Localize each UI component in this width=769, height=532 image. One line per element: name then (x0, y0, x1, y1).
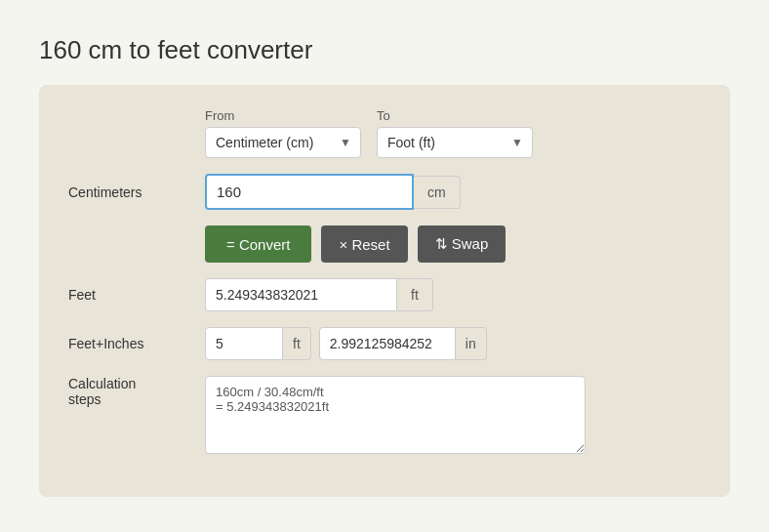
convert-button-label: = Convert (226, 236, 290, 253)
from-select-wrapper: Centimeter (cm) Meter (m) Kilometer (km)… (205, 127, 361, 158)
feet-inches-inputs: ft in (205, 327, 487, 360)
feet-inches-row: Feet+Inches ft in (68, 327, 701, 360)
feet-part-unit: ft (283, 327, 311, 360)
from-label: From (205, 108, 361, 123)
feet-result-group: ft (205, 278, 433, 311)
from-to-labels: From To (205, 108, 701, 123)
input-unit-badge: cm (414, 176, 461, 209)
calc-row: Calculation steps 160cm / 30.48cm/ft = 5… (68, 376, 701, 454)
calc-label: Calculation steps (68, 376, 205, 407)
feet-inches-label: Feet+Inches (68, 336, 205, 351)
input-with-unit: cm (205, 174, 461, 210)
feet-row: Feet ft (68, 278, 701, 311)
from-select[interactable]: Centimeter (cm) Meter (m) Kilometer (km)… (205, 127, 361, 158)
inches-part-input[interactable] (319, 327, 456, 360)
converter-box: From To Centimeter (cm) Meter (m) Kilome… (39, 85, 730, 497)
feet-part-input[interactable] (205, 327, 283, 360)
convert-button[interactable]: = Convert (205, 225, 311, 263)
feet-label: Feet (68, 287, 205, 303)
swap-button-label: ⇅ Swap (435, 235, 489, 253)
main-input[interactable] (205, 174, 414, 210)
input-label: Centimeters (68, 184, 205, 200)
input-row: Centimeters cm (68, 174, 701, 210)
to-select[interactable]: Foot (ft) Meter (m) Inch (in) Centimeter… (377, 127, 533, 158)
selects-row: Centimeter (cm) Meter (m) Kilometer (km)… (205, 127, 701, 158)
to-select-wrapper: Foot (ft) Meter (m) Inch (in) Centimeter… (377, 127, 533, 158)
feet-result-input[interactable] (205, 278, 397, 311)
reset-button-label: × Reset (339, 236, 389, 253)
buttons-row: = Convert × Reset ⇅ Swap (205, 225, 701, 263)
calc-textarea[interactable]: 160cm / 30.48cm/ft = 5.249343832021ft (205, 376, 586, 454)
to-label: To (377, 108, 533, 123)
page-wrapper: 160 cm to feet converter From To Centime… (0, 6, 769, 526)
page-title: 160 cm to feet converter (39, 35, 730, 65)
reset-button[interactable]: × Reset (321, 225, 407, 263)
inches-part-unit: in (456, 327, 487, 360)
swap-button[interactable]: ⇅ Swap (418, 225, 506, 263)
feet-unit-badge: ft (397, 278, 433, 311)
